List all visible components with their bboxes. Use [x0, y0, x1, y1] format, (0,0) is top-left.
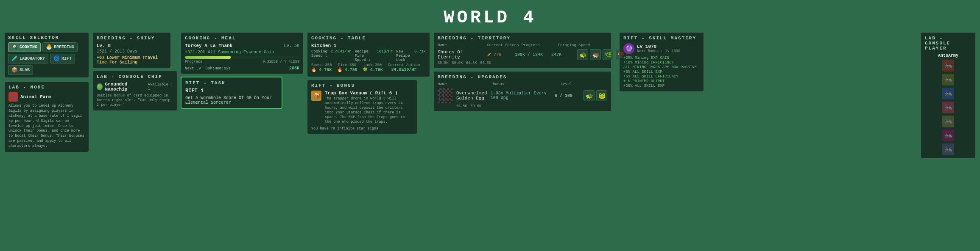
upgrade-level: 6 / 100	[555, 94, 580, 98]
new-recipe-label: New Recipe Luck	[396, 50, 411, 62]
laboratory-icon: 🧪	[11, 55, 18, 62]
upgrade-val-2: 59.6K	[471, 104, 482, 108]
meal-progress-text: Progress 0.31E59 / Y 41E59	[185, 60, 299, 64]
page-title: WORLD 4	[0, 0, 980, 32]
skill-tab-breeding-label: BREEDING	[54, 45, 74, 50]
lab-chip-title: LAB - CONSOLE CHIP	[97, 74, 173, 79]
skill-tab-slab[interactable]: 📦 SLAB	[8, 65, 33, 75]
player-char-4[interactable]: 🐜	[942, 116, 954, 127]
bonus-icon: 📦	[311, 91, 321, 101]
territory-speed-header: Foraging Speed	[558, 43, 590, 47]
skill-tab-cooking[interactable]: 🍳 COOKING	[8, 42, 41, 52]
territory-icon-3[interactable]: 🌿	[603, 49, 614, 60]
rift-task-panel: RIFT - TASK RIFT 1 Get A Wormhole Score …	[181, 77, 282, 109]
left-column: SKILL SELECTOR 🍳 COOKING 🐣 BREEDING 🧪 LA…	[4, 32, 89, 159]
stat-fire: Fire 350 🔥 4.79K	[337, 63, 357, 72]
mastery-stat-3: +5% ALL SKILL EXP	[623, 70, 700, 74]
current-action-val: 34.8E36/Hr	[391, 67, 416, 72]
recipe-fire-val: 101Q/Hr	[377, 50, 393, 62]
meal-next: Next Lv: 00h:00m:02s	[185, 66, 231, 71]
meal-progress-label: Progress	[185, 60, 202, 64]
cooking-speed-label: Cooking Speed :	[311, 50, 327, 62]
chip-description: Doubles bonus of card equipped in bottom…	[97, 94, 173, 108]
territory-val-2: 59.6K	[452, 61, 463, 65]
rift-task-description: Get A Wormhole Score Of 60 On Your Eleme…	[185, 96, 278, 105]
fire-label: Fire 350	[338, 63, 356, 67]
breeding-upgrades-panel: BREEDING - UPGRADES Name Bonus Level Ove…	[433, 71, 611, 112]
meal-bonus: +331.20% All Summoning Essence Gain	[185, 50, 299, 55]
meal-progress-bar	[185, 56, 299, 59]
meal-progress-range: 0.31E59 / Y 41E59	[262, 60, 299, 64]
bonus-stars: You have 79 infinite star signs	[311, 127, 413, 131]
skill-tabs: 🍳 COOKING 🐣 BREEDING 🧪 LABORATORY 🌀 RIFT…	[8, 42, 85, 75]
rift-mastery-panel: RIFT - SKILL MASTERY 🔮 Lv 1070 Next Bonu…	[619, 32, 704, 92]
lab-node-name: Animal Farm	[20, 94, 51, 99]
cooking-table-panel: COOKING - TABLE Kitchen 1 Cooking Speed …	[307, 32, 430, 77]
mastery-stat-5: +1% PRINTER OUTPUT	[623, 79, 700, 83]
chip-available: Available : 1	[148, 83, 173, 91]
breeding-icon: 🐣	[46, 44, 52, 50]
player-char-5[interactable]: 🐜	[942, 130, 954, 141]
bonus-description: The trapper drone in World 3 will automa…	[325, 97, 413, 124]
lab-console-player-panel: LAB - CONSOLE PLAYER AntsArmy 🐜 🐜 🐜 🐜 🐜 …	[921, 32, 976, 159]
rift-mastery-title: RIFT - SKILL MASTERY	[623, 36, 700, 41]
meal-count: 206K	[289, 66, 299, 71]
speed-label: Speed 350	[311, 63, 332, 67]
upgrades-level-header: Level	[561, 82, 572, 86]
rift-bonus-title: RIFT - BONUS	[311, 83, 413, 88]
shiny-bonus: +0% Lower Minimum Travel Time For Sailin…	[97, 55, 167, 65]
player-char-3[interactable]: 🐜	[942, 102, 954, 113]
fifth-column: BREEDING - TERRITORY Name Current Spices…	[433, 32, 616, 159]
table-speed-row: Cooking Speed : 2.4E41/Hr Recipe Fire Sp…	[311, 50, 426, 62]
table-stats-row: Speed 350 🔥 4.79K Fire 350 🔥 4.79K Luck …	[311, 63, 426, 72]
skill-tab-laboratory[interactable]: 🧪 LABORATORY	[8, 54, 48, 63]
territory-vals: 65.5K 59.6K 64.8K 56.6K	[438, 61, 607, 65]
rift-label: RIFT 1	[185, 88, 278, 94]
mastery-stat-6: +25% ALL SKILL EXP	[623, 84, 700, 88]
skill-selector-panel: SKILL SELECTOR 🍳 COOKING 🐣 BREEDING 🧪 LA…	[4, 32, 89, 78]
mastery-icon: 🔮	[623, 43, 634, 54]
mastery-level: Lv 1070	[637, 44, 680, 49]
upgrades-bonus-header: Bonus	[493, 82, 556, 86]
player-char-6[interactable]: 🐜	[942, 143, 954, 155]
territory-spices: 🌶 776	[487, 52, 512, 57]
territory-name-header: Name	[438, 43, 484, 47]
upgrade-icon-2[interactable]: 🐸	[596, 90, 607, 101]
territory-icon-2[interactable]: 🦔	[590, 49, 601, 60]
lab-node-title: LAB - NODE	[8, 85, 85, 90]
mastery-stat-2: ALL MINING CARDS ARE NOW PASSIVE	[623, 65, 700, 69]
speed-value: 🔥 4.79K	[311, 67, 332, 72]
mastery-stat-4: +5% ALL SKILL EFFICIENCY	[623, 74, 700, 79]
territory-val-3: 64.8K	[466, 61, 477, 65]
breeding-territory-title: BREEDING - TERRITORY	[438, 36, 607, 41]
cooking-meal-panel: COOKING - MEAL Turkey A La Thank Lv. 59 …	[181, 32, 304, 74]
breeding-upgrades-title: BREEDING - UPGRADES	[438, 74, 607, 80]
meal-name-row: Turkey A La Thank Lv. 59	[185, 43, 299, 48]
chip-row: 🟢 Grounded Nanochip Available : 1	[97, 82, 173, 92]
player-icons: 🐜 🐜 🐜 🐜 🐜 🐜 🐜	[942, 60, 954, 155]
current-action-label: Current Action	[388, 63, 420, 67]
player-name: AntsArmy	[938, 53, 958, 58]
kitchen-label: Kitchen 1	[311, 43, 426, 48]
upgrade-icon-1[interactable]: 🐢	[584, 90, 595, 101]
player-char-0[interactable]: 🐜	[942, 60, 954, 72]
skill-tab-breeding[interactable]: 🐣 BREEDING	[42, 42, 78, 52]
cooking-meal-title: COOKING - MEAL	[185, 36, 299, 41]
player-char-2[interactable]: 🐜	[942, 88, 954, 99]
territory-icon-1[interactable]: 🐢	[577, 49, 588, 60]
slab-icon: 📦	[11, 67, 18, 73]
territory-val-4: 56.6K	[480, 61, 491, 65]
main-layout: SKILL SELECTOR 🍳 COOKING 🐣 BREEDING 🧪 LA…	[0, 32, 980, 159]
skill-tab-rift[interactable]: 🌀 RIFT	[50, 54, 75, 63]
mastery-next: Next Bonus : lv 1000	[637, 49, 680, 53]
upgrades-name-header: Name	[438, 82, 489, 86]
player-char-1[interactable]: 🐜	[942, 74, 954, 86]
breeding-shiny-panel: BREEDING - SHINY Lv. 8 1521 / 2013 Days …	[92, 32, 171, 68]
stat-luck: Luck 250 🍀 4.79K	[363, 63, 383, 72]
meal-progress-fill	[185, 56, 231, 59]
shiny-days: 1521 / 2013 Days	[97, 49, 167, 54]
breeding-territory-panel: BREEDING - TERRITORY Name Current Spices…	[433, 32, 611, 69]
territory-name: Shores Of Eternity	[438, 50, 484, 60]
skill-tab-laboratory-label: LABORATORY	[20, 56, 45, 61]
cooking-table-title: COOKING - TABLE	[311, 36, 426, 41]
